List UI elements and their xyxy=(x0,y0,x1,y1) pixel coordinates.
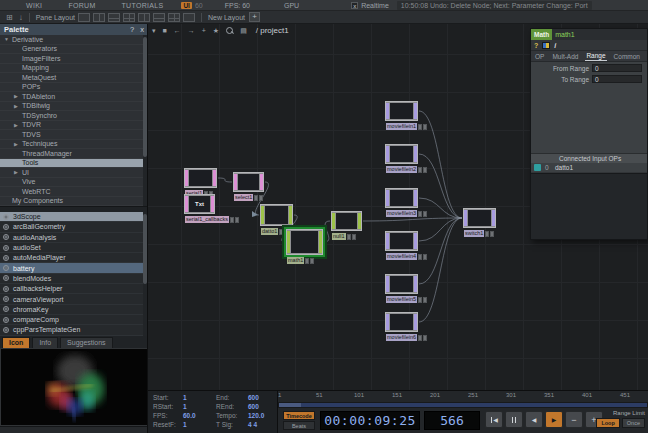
bookmark-icon[interactable]: ▤ xyxy=(240,27,247,35)
transport-pause[interactable] xyxy=(505,411,523,428)
node-flag[interactable] xyxy=(418,211,422,217)
node-null1[interactable]: null1 xyxy=(331,211,362,231)
tree-item-techniques[interactable]: ▶Techniques xyxy=(0,140,147,150)
component-scrollbar[interactable] xyxy=(143,212,147,336)
component-item-compareComp[interactable]: compareComp xyxy=(0,315,147,325)
menu-link-tutorials[interactable]: TUTORIALS xyxy=(122,2,164,9)
node-moviefilein6[interactable]: moviefilein6 xyxy=(385,312,418,332)
node-output-connector[interactable] xyxy=(358,213,361,229)
node-flag[interactable] xyxy=(418,124,422,130)
palette-tab-icon[interactable]: Icon xyxy=(2,337,30,348)
parameter-header[interactable]: Math math1 xyxy=(531,29,647,40)
node-math1[interactable]: math1 xyxy=(286,229,323,255)
node-flag[interactable] xyxy=(254,195,258,201)
layout-preset-quad[interactable] xyxy=(123,13,135,22)
node-output-connector[interactable] xyxy=(414,103,417,119)
time-mode-timecode[interactable]: Timecode xyxy=(283,411,315,420)
node-moviefilein1[interactable]: moviefilein1 xyxy=(385,101,418,121)
range-once-button[interactable]: Once xyxy=(622,418,645,428)
tree-item-metaquest[interactable]: MetaQuest xyxy=(0,73,147,83)
setting-value[interactable]: 600 xyxy=(248,394,259,403)
back-arrow-icon[interactable]: ← xyxy=(174,27,181,34)
transport-play[interactable]: ▶ xyxy=(545,411,563,428)
star-icon[interactable]: ★ xyxy=(213,27,219,35)
tree-item-tdbitwig[interactable]: ▶TDBitwig xyxy=(0,102,147,112)
network-breadcrumb[interactable]: / project1 xyxy=(256,26,289,35)
node-flag[interactable] xyxy=(418,254,422,260)
node-output-connector[interactable] xyxy=(414,276,417,292)
tree-scrollbar[interactable] xyxy=(143,35,147,206)
wire-serial1-to-select1[interactable] xyxy=(218,178,232,182)
op-name[interactable]: math1 xyxy=(555,31,574,38)
transport-skip-start[interactable]: ◀ xyxy=(485,411,503,428)
component-item-blendModes[interactable]: blendModes xyxy=(0,274,147,284)
ui-perf-badge[interactable]: UI xyxy=(181,2,192,9)
setting-value[interactable]: 1 xyxy=(183,403,187,412)
node-flag[interactable] xyxy=(490,231,494,237)
param-tab-common[interactable]: Common xyxy=(613,52,641,61)
range-loop-button[interactable]: Loop xyxy=(596,418,619,428)
palette-close-button[interactable]: x xyxy=(137,25,147,34)
palette-help-button[interactable]: ? xyxy=(127,25,137,34)
node-input-connector[interactable] xyxy=(464,210,467,226)
wire-moviefilein6-to-switch1[interactable] xyxy=(419,218,462,322)
realtime-checkbox[interactable]: x xyxy=(351,2,358,9)
setting-value[interactable]: 120.0 xyxy=(248,412,264,421)
tree-item-webrtc[interactable]: WebRTC xyxy=(0,187,147,197)
tree-item-tdableton[interactable]: ▶TDAbleton xyxy=(0,92,147,102)
param-value-field[interactable]: 0 xyxy=(592,64,642,72)
connected-input-row[interactable]: 0datto1 xyxy=(531,163,647,173)
component-item-chromaKey[interactable]: chromaKey xyxy=(0,305,147,315)
node-flag[interactable] xyxy=(423,297,427,303)
component-item-cameraViewport[interactable]: cameraViewport xyxy=(0,294,147,304)
help-icon[interactable]: ? xyxy=(534,42,538,49)
menu-link-forum[interactable]: FORUM xyxy=(68,2,95,9)
layout-preset-vsplit[interactable] xyxy=(93,13,105,22)
setting-value[interactable]: 600 xyxy=(248,403,259,412)
node-input-connector[interactable] xyxy=(386,190,389,206)
node-output-connector[interactable] xyxy=(414,146,417,162)
node-output-connector[interactable] xyxy=(319,231,322,253)
node-flag[interactable] xyxy=(418,335,422,341)
tree-item-threadmanager[interactable]: ThreadManager xyxy=(0,149,147,159)
node-output-connector[interactable] xyxy=(414,190,417,206)
node-output-connector[interactable] xyxy=(492,210,495,226)
node-flag[interactable] xyxy=(347,234,351,240)
node-switch1[interactable]: switch1 xyxy=(463,208,496,228)
tree-item-vive[interactable]: Vive xyxy=(0,178,147,188)
info-icon[interactable]: i xyxy=(554,42,556,49)
node-flag[interactable] xyxy=(279,229,283,235)
node-input-connector[interactable] xyxy=(386,146,389,162)
layout-preset-full[interactable] xyxy=(183,13,195,22)
component-scrollbar-thumb[interactable] xyxy=(143,214,147,284)
node-flag[interactable] xyxy=(352,234,356,240)
save-layout-icon[interactable]: ↓ xyxy=(19,13,23,22)
component-item-3dScope[interactable]: 3dScope xyxy=(0,212,147,222)
setting-value[interactable]: 1 xyxy=(183,421,187,430)
window-icon[interactable]: ⊞ xyxy=(6,13,13,22)
wire-null1-to-switch1[interactable] xyxy=(363,218,462,221)
component-item-callbacksHelper[interactable]: callbacksHelper xyxy=(0,284,147,294)
wire-math1-to-null1[interactable] xyxy=(324,221,330,242)
node-input-connector[interactable] xyxy=(185,170,188,186)
layout-preset-top-bottom[interactable] xyxy=(153,13,165,22)
param-tab-range[interactable]: Range xyxy=(585,51,606,61)
node-input-connector[interactable] xyxy=(386,276,389,292)
node-input-connector[interactable] xyxy=(261,206,264,224)
tree-item-my-components[interactable]: My Components xyxy=(0,197,147,207)
node-input-connector[interactable] xyxy=(234,174,237,190)
tree-item-generators[interactable]: Generators xyxy=(0,45,147,55)
node-flag[interactable] xyxy=(230,217,234,223)
timeline-range-bar[interactable] xyxy=(278,402,648,408)
node-input-connector[interactable] xyxy=(332,213,335,229)
timeline-scroll-handle[interactable] xyxy=(279,403,301,407)
palette-tab-info[interactable]: Info xyxy=(32,337,58,348)
component-item-arcBallGeometry[interactable]: arcBallGeometry xyxy=(0,222,147,232)
node-flag[interactable] xyxy=(259,195,263,201)
palette-tab-suggestions[interactable]: Suggestions xyxy=(60,337,113,348)
tree-item-mapping[interactable]: Mapping xyxy=(0,64,147,74)
layout-preset-single[interactable] xyxy=(78,13,90,22)
node-moviefilein2[interactable]: moviefilein2 xyxy=(385,144,418,164)
node-output-connector[interactable] xyxy=(211,196,214,212)
tree-item-tdvs[interactable]: TDVS xyxy=(0,130,147,140)
